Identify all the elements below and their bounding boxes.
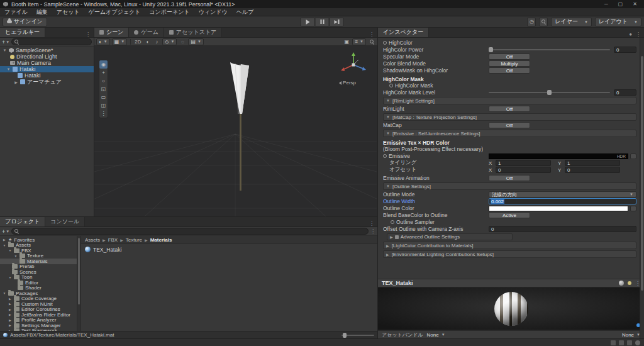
texture-slot-icon[interactable] (391, 220, 394, 224)
menu-assets[interactable]: アセット (52, 8, 84, 16)
preview-shape-icon[interactable] (619, 281, 624, 286)
effects-dropdown[interactable]: ◇▼ (162, 38, 177, 45)
menu-file[interactable]: ファイル (0, 8, 32, 16)
tree-item-editor[interactable]: Editor (0, 280, 77, 286)
matcap-settings-foldout[interactable]: ▼[MatCap : Texture Projection Settings] (383, 113, 636, 121)
perspective-label[interactable]: Persp (339, 80, 356, 86)
blend-basecolor-toggle[interactable]: Active (489, 212, 530, 218)
tree-item-package[interactable]: ▶ Custom NUnit (0, 301, 77, 307)
hidden-objects-toggle[interactable]: ◌ (179, 38, 186, 45)
panel-menu-icon[interactable]: ⋮ (369, 221, 374, 226)
menu-edit[interactable]: 編集 (32, 8, 52, 16)
foldout-icon[interactable]: ▼ (6, 67, 11, 71)
material-preview-header[interactable]: TEX_Hataki ⋮ (378, 279, 644, 287)
scene-search-icon[interactable] (368, 38, 375, 45)
panel-menu-icon[interactable]: ⋮ (636, 31, 641, 37)
flag-object[interactable] (221, 59, 259, 194)
texture-slot-icon[interactable] (389, 84, 393, 87)
breadcrumb-materials[interactable]: Materials (150, 237, 172, 243)
menu-window[interactable]: ウィンドウ (194, 8, 232, 16)
tree-item-scenes[interactable]: Scenes (0, 269, 77, 275)
draw-mode-dropdown[interactable]: ▦▼ (112, 38, 128, 45)
play-button[interactable] (301, 18, 315, 26)
create-asset-button[interactable]: +▼ (2, 228, 9, 235)
panel-menu-icon[interactable]: ⋮ (369, 31, 374, 37)
transform-tool-button[interactable]: ◫ (99, 101, 108, 109)
tree-item-toon[interactable]: ▼ Toon (0, 275, 77, 281)
inspector-scrollbar[interactable] (640, 38, 644, 338)
undo-history-icon[interactable]: ◷ (527, 18, 536, 26)
rect-tool-button[interactable]: ▭ (99, 93, 108, 101)
rotate-tool-button[interactable]: ○ (99, 77, 108, 85)
offset-y-input[interactable]: 0 (565, 167, 620, 173)
panel-menu-icon[interactable]: ⋮ (86, 31, 91, 37)
search-button[interactable] (539, 18, 548, 26)
advanced-outline-foldout[interactable]: ▶ Advanced Outline Settings (387, 233, 513, 240)
tree-item-favorites[interactable]: ▶★ Favorites (0, 237, 77, 243)
background-tasks-icon[interactable] (635, 340, 640, 345)
assetbundle-variant-dropdown[interactable]: None▼ (622, 332, 640, 338)
step-button[interactable] (330, 18, 344, 26)
color-blend-mode-toggle[interactable]: Multiply (489, 60, 530, 67)
matcap-toggle[interactable]: Off (489, 122, 530, 128)
console-warning-icon[interactable] (619, 340, 624, 345)
tiling-y-input[interactable]: 1 (565, 160, 620, 166)
hierarchy-item-directional-light[interactable]: Directional Light (0, 53, 94, 60)
specular-mode-toggle[interactable]: Off (489, 53, 530, 60)
emissive-animation-toggle[interactable]: Off (489, 175, 530, 181)
tab-hierarchy[interactable]: ヒエラルキー (0, 28, 45, 37)
lighting-toggle[interactable]: ◖ (143, 38, 151, 45)
offset-x-input[interactable]: 0 (496, 167, 551, 173)
scale-tool-button[interactable]: ◱ (99, 85, 108, 93)
close-button[interactable]: ✕ (633, 1, 637, 7)
tree-item-shader[interactable]: Shader (0, 286, 77, 291)
minimize-button[interactable]: ─ (604, 1, 608, 7)
tree-item-package[interactable]: ▶ Profile Analyzer (0, 318, 77, 323)
tab-inspector[interactable]: インスペクター (378, 28, 429, 37)
assetbundle-name-dropdown[interactable]: None▼ (427, 332, 445, 338)
grid-dropdown[interactable]: ▤▼ (188, 38, 204, 45)
project-search-input[interactable] (11, 228, 369, 235)
highcolor-power-value[interactable]: 0 (614, 47, 636, 53)
maximize-button[interactable]: ▢ (618, 1, 623, 7)
texture-slot-icon[interactable] (383, 154, 387, 158)
outline-color-field[interactable] (489, 206, 628, 211)
hierarchy-item-hataki[interactable]: ▼ Hataki (0, 66, 94, 72)
shadowmask-toggle[interactable]: Off (489, 67, 530, 74)
tab-project[interactable]: プロジェクト (0, 217, 45, 226)
console-error-icon[interactable] (627, 340, 632, 345)
tree-item-package[interactable]: ▶ Code Coverage (0, 296, 77, 302)
project-options-icon[interactable]: ⋮ (370, 228, 375, 234)
tiling-x-input[interactable]: 1 (496, 160, 551, 166)
material-preview-area[interactable] (378, 287, 644, 330)
2d-toggle[interactable]: 2D (134, 38, 142, 45)
menu-component[interactable]: コンポーネント (145, 8, 194, 16)
hierarchy-search-input[interactable] (11, 38, 92, 45)
menu-help[interactable]: ヘルプ (232, 8, 258, 16)
asset-item-tex-hataki[interactable]: TEX_Hataki (85, 246, 374, 253)
highcolor-mask-level-value[interactable]: 0 (614, 89, 636, 96)
breadcrumb-texture[interactable]: Texture (126, 237, 142, 243)
tab-console[interactable]: コンソール (45, 217, 85, 226)
emissive-hdr-color-field[interactable]: HDR (489, 153, 628, 159)
hierarchy-item-armature[interactable]: ▶ アーマチュア (0, 79, 94, 85)
view-tool-button[interactable]: ◉ (99, 60, 108, 69)
foldout-icon[interactable]: ▶ (14, 80, 18, 84)
outline-width-input[interactable]: 0.002 (489, 198, 636, 204)
breadcrumb-fbx[interactable]: FBX (108, 237, 118, 243)
eyedropper-icon[interactable] (630, 206, 636, 211)
camera-settings-icon[interactable]: ▣ (343, 38, 350, 45)
layers-dropdown[interactable]: レイヤー▼ (551, 18, 592, 26)
menu-gameobject[interactable]: ゲームオブジェクト (84, 8, 145, 16)
texture-slot-icon[interactable] (383, 41, 387, 45)
highcolor-power-slider[interactable] (489, 49, 610, 50)
tree-item-fbx[interactable]: ▼ FBX (0, 248, 77, 254)
breadcrumb-assets[interactable]: Assets (85, 237, 100, 243)
emissive-settings-foldout[interactable]: ▼[Emissive : Self-luminescence Settings] (383, 130, 636, 137)
outline-settings-foldout[interactable]: ▼[Outline Settings] (383, 182, 636, 190)
tree-item-package[interactable]: ▶ JetBrains Rider Editor (0, 312, 77, 318)
tab-asset-store[interactable]: アセットストア (164, 28, 222, 37)
tree-item-package[interactable]: ▶ Settings Manager (0, 323, 77, 328)
console-log-icon[interactable] (611, 340, 616, 345)
pause-button[interactable] (315, 18, 330, 26)
